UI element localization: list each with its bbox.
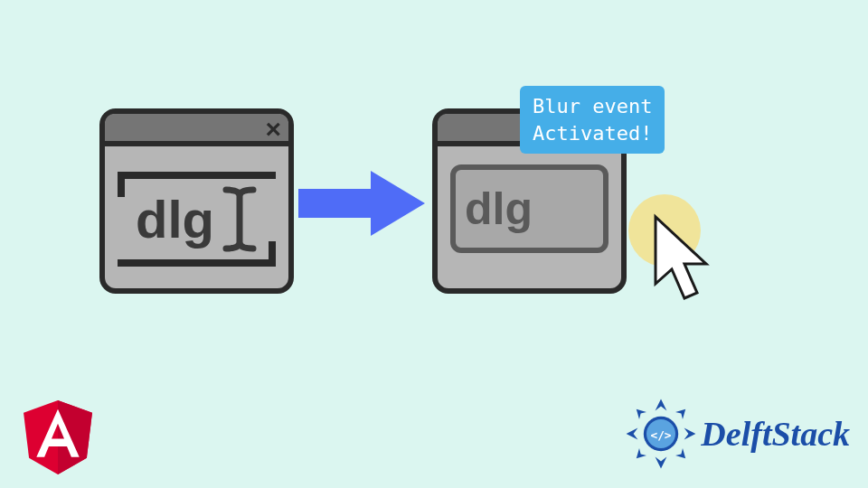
tooltip-line: Blur event — [533, 93, 652, 120]
text-caret-icon — [222, 185, 258, 253]
delftstack-logo: </> DelftStack — [625, 398, 850, 470]
svg-marker-9 — [637, 409, 646, 419]
text-input-blurred[interactable]: dlg — [450, 164, 609, 253]
input-text: dlg — [136, 193, 214, 246]
svg-text:</>: </> — [651, 428, 672, 442]
text-input-focused[interactable]: dlg — [118, 172, 276, 267]
cursor-icon — [646, 210, 737, 318]
svg-marker-1 — [58, 400, 92, 474]
close-icon[interactable]: × — [265, 113, 281, 145]
svg-marker-3 — [684, 428, 696, 440]
svg-marker-4 — [656, 457, 667, 469]
delftstack-text: DelftStack — [701, 414, 850, 454]
angular-logo-icon — [23, 400, 93, 474]
input-text: dlg — [465, 186, 533, 231]
svg-marker-8 — [637, 448, 646, 458]
arrow-icon — [298, 167, 425, 239]
svg-marker-7 — [675, 448, 685, 458]
svg-marker-5 — [627, 428, 638, 440]
svg-marker-6 — [675, 409, 685, 419]
delftstack-emblem-icon: </> — [625, 398, 697, 470]
tooltip-line: Activated! — [533, 120, 652, 147]
blur-event-tooltip: Blur event Activated! — [520, 86, 665, 154]
svg-marker-2 — [656, 399, 667, 411]
window-titlebar: × — [105, 114, 288, 146]
window-focused: × dlg — [99, 108, 294, 294]
